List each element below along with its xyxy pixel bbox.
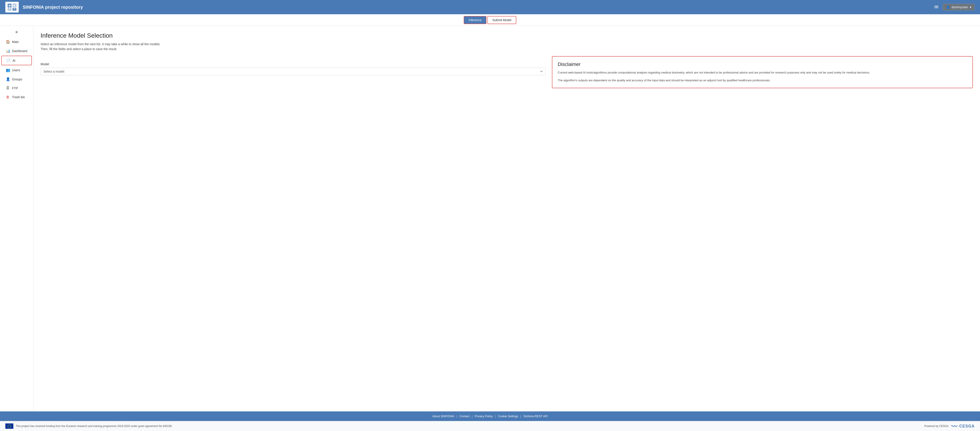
- sidebar-item-dashboard[interactable]: 📊 Dashboard: [2, 46, 32, 55]
- user-caret-icon: ▾: [970, 5, 971, 9]
- cesga-logo: CESGA: [951, 423, 975, 429]
- model-section: Model Select a model:: [41, 62, 546, 75]
- footer-link-about[interactable]: About SINFONIA: [430, 415, 457, 418]
- dashboard-icon: 📊: [6, 49, 10, 53]
- groups-icon: 👤: [6, 77, 10, 81]
- users-icon: 👥: [6, 68, 10, 72]
- sidebar-label-ai: AI: [13, 59, 15, 62]
- disclaimer-paragraph-2: The algorithm's outputs are dependent on…: [558, 78, 967, 83]
- sidebar-item-users[interactable]: 👥 Users: [2, 66, 32, 75]
- powered-by-text: Powered by CESGA: [924, 425, 948, 428]
- sidebar-label-groups: Groups: [12, 78, 22, 81]
- sidebar-label-main: Main: [12, 40, 19, 44]
- sidebar-toggle-button[interactable]: ≡: [0, 28, 33, 37]
- disclaimer-title: Disclaimer: [558, 62, 967, 67]
- sidebar-item-ftp[interactable]: 🗄 FTP: [2, 84, 32, 92]
- app-title: SINFONIA project repository: [23, 5, 934, 10]
- sidebar-label-dashboard: Dashboard: [12, 49, 27, 53]
- footer-link-contact[interactable]: Contact: [457, 415, 472, 418]
- main-layout: ≡ 🏠 Main 📊 Dashboard 📄 AI 👥 Users 👤 Grou…: [0, 26, 980, 411]
- disclaimer-area: Disclaimer Current web-based AI tools/al…: [552, 56, 973, 88]
- footer-bottom-right: Powered by CESGA CESGA: [924, 423, 975, 429]
- logo: [5, 2, 19, 13]
- trash-icon: 🗑: [6, 95, 10, 99]
- footer-bottom-left: This project has received funding from t…: [5, 423, 172, 429]
- tab-bar: Inference Submit Model: [0, 14, 980, 26]
- user-menu-button[interactable]: 👤 dummyuser ▾: [943, 4, 975, 11]
- model-label: Model: [41, 62, 546, 66]
- sidebar-item-main[interactable]: 🏠 Main: [2, 37, 32, 46]
- home-icon: 🏠: [6, 40, 10, 44]
- sidebar-label-users: Users: [12, 68, 20, 72]
- content-split: Model Select a model: Disclaimer Current…: [41, 56, 973, 88]
- sidebar-label-trash-bin: Trash bin: [12, 95, 25, 99]
- footer-link-api[interactable]: Sinfonia REST API: [521, 415, 550, 418]
- tab-submit-model[interactable]: Submit Model: [487, 16, 516, 24]
- main-content: Inference Model Selection Select an infe…: [33, 26, 980, 411]
- mail-icon[interactable]: ✉: [934, 4, 939, 10]
- sidebar-item-trash-bin[interactable]: 🗑 Trash bin: [2, 93, 32, 101]
- ftp-icon: 🗄: [6, 86, 10, 90]
- eu-flag-icon: [5, 423, 13, 429]
- footer-bottom-bar: This project has received funding from t…: [0, 421, 980, 431]
- sidebar-item-groups[interactable]: 👤 Groups: [2, 75, 32, 84]
- page-subtitle-2: Then, fill the fields and select a place…: [41, 47, 973, 51]
- user-icon: 👤: [946, 5, 950, 9]
- sidebar-item-ai[interactable]: 📄 AI: [2, 56, 32, 65]
- disclaimer-box: Disclaimer Current web-based AI tools/al…: [552, 56, 973, 88]
- model-selection-area: Model Select a model:: [41, 56, 546, 75]
- footer-funding-text: This project has received funding from t…: [16, 425, 172, 428]
- ai-icon: 📄: [6, 58, 10, 63]
- sidebar: ≡ 🏠 Main 📊 Dashboard 📄 AI 👥 Users 👤 Grou…: [0, 26, 33, 411]
- cesga-wave-icon: [951, 423, 958, 429]
- page-title: Inference Model Selection: [41, 32, 973, 39]
- footer-links-bar: About SINFONIA | Contact | Privacy Polic…: [0, 411, 980, 421]
- app-header: SINFONIA project repository ✉ 👤 dummyuse…: [0, 0, 980, 14]
- header-actions: ✉ 👤 dummyuser ▾: [934, 4, 975, 11]
- cesga-label: CESGA: [959, 424, 975, 429]
- page-subtitle-1: Select an inference model from the next …: [41, 42, 973, 46]
- tab-inference[interactable]: Inference: [464, 16, 487, 24]
- username-label: dummyuser: [952, 5, 968, 9]
- model-select[interactable]: Select a model:: [41, 68, 546, 75]
- hamburger-icon: ≡: [15, 30, 18, 35]
- footer-link-privacy[interactable]: Privacy Policy: [473, 415, 495, 418]
- sidebar-label-ftp: FTP: [12, 86, 18, 90]
- logo-icon: [7, 3, 17, 11]
- disclaimer-paragraph-1: Current web-based AI tools/algorithms pr…: [558, 70, 967, 75]
- footer-link-cookies[interactable]: Cookie Settings: [496, 415, 520, 418]
